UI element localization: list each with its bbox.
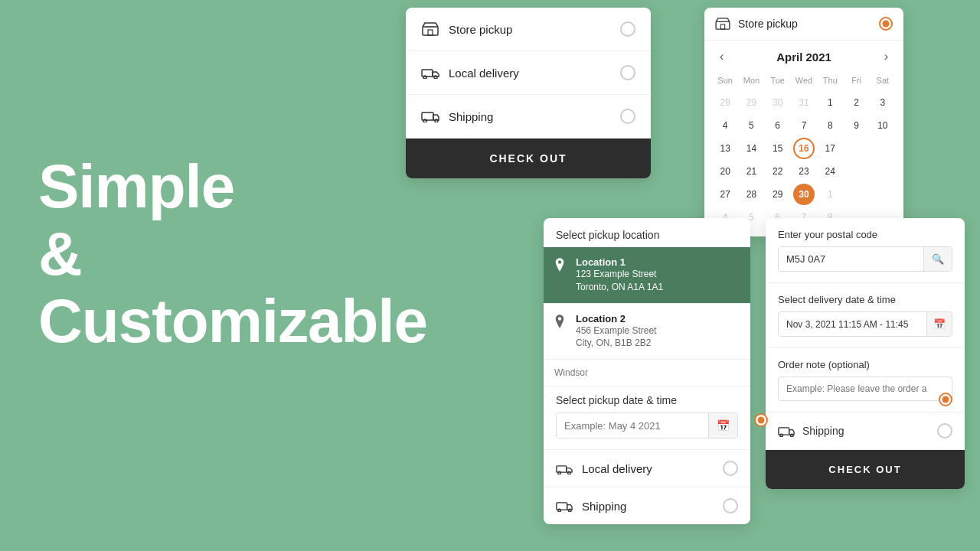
month-nav: ‹ April 2021 › [704,41,903,73]
panel3-store-radio[interactable] [754,413,769,429]
cal-day[interactable]: 24 [819,161,841,182]
location-2-city: City, ON, B1B 2B2 [576,337,656,350]
location-1-name: Location 1 [576,256,663,268]
shipping-row[interactable]: Shipping [766,412,965,450]
cal-day[interactable]: 20 [714,161,736,182]
local-delivery-option[interactable]: Local delivery [406,51,651,95]
detail-panel: Enter your postal code 🔍 Select delivery… [766,218,965,489]
shipping-detail-label: Shipping [802,425,844,437]
cal-day[interactable]: 4 [714,115,736,136]
postal-input[interactable] [779,247,923,271]
cal-day[interactable]: 17 [819,138,841,159]
location-1-city: Toronto, ON A1A 1A1 [576,281,663,294]
cal-day[interactable]: 5 [740,115,762,136]
date-input[interactable] [557,414,708,438]
svg-point-20 [780,434,783,437]
cal-day-30[interactable]: 30 [793,184,815,205]
local-delivery-icon-mini [556,463,573,474]
calendar-icon[interactable]: 📅 [708,413,737,438]
calendar-days: 28 29 30 31 1 2 3 4 5 6 7 8 9 10 13 14 1… [712,91,896,229]
weekday-thu: Thu [817,73,843,88]
cal-day[interactable]: 14 [740,138,762,159]
next-month-button[interactable]: › [880,48,893,65]
shipping-icon-mini [556,500,573,512]
cal-day[interactable]: 28 [714,92,736,113]
cal-day[interactable]: 21 [740,161,762,182]
svg-point-4 [423,76,426,79]
checkout-button-1[interactable]: CHECK OUT [406,139,651,178]
shipping-label: Shipping [449,110,493,123]
cal-day[interactable]: 29 [740,92,762,113]
svg-rect-19 [779,427,789,434]
local-delivery-mini[interactable]: Local delivery [544,449,750,487]
svg-point-15 [568,471,571,474]
cal-day[interactable]: 8 [819,115,841,136]
store-pickup-radio[interactable] [620,21,635,37]
local-delivery-radio[interactable] [620,65,635,80]
postal-section: Enter your postal code 🔍 [766,218,965,283]
cal-day[interactable]: 10 [872,115,893,136]
cal-day[interactable]: 15 [767,138,789,159]
calendar-header: Store pickup [704,8,903,41]
order-note-input[interactable] [778,377,952,401]
svg-rect-13 [557,466,567,472]
store-pickup-option[interactable]: Store pickup [406,8,651,51]
calendar-panel: Store pickup ‹ April 2021 › Sun Mon Tue … [704,8,903,236]
checkout-button-2[interactable]: CHECK OUT [766,450,965,489]
cal-day[interactable]: 13 [714,138,736,159]
svg-rect-1 [428,30,433,35]
shipping-icon [421,109,439,124]
cal-day[interactable]: 1 [819,184,841,205]
cal-day[interactable]: 7 [793,115,815,136]
cal-day-16[interactable]: 16 [793,138,815,159]
cal-day[interactable]: 22 [767,161,789,182]
prev-month-button[interactable]: ‹ [715,48,728,65]
order-note-section: Order note (optional) [766,348,965,412]
cal-day [846,138,867,159]
cal-day[interactable]: 31 [793,92,815,113]
svg-point-8 [435,119,438,122]
svg-rect-9 [716,21,730,29]
hero-line2: & [38,220,427,288]
delivery-date-field[interactable] [779,313,926,336]
weekday-fri: Fri [843,73,869,88]
location-1[interactable]: Location 1 123 Example Street Toronto, O… [544,247,750,304]
local-delivery-label: Local delivery [449,67,519,80]
shipping-radio[interactable] [620,109,635,124]
shipping-option[interactable]: Shipping [406,95,651,139]
cal-day[interactable]: 3 [872,92,893,113]
cal-day[interactable]: 1 [819,92,841,113]
calendar-grid: Sun Mon Tue Wed Thu Fri Sat 28 29 30 31 … [704,73,903,236]
shipping-mini[interactable]: Shipping [544,487,750,524]
delivery-method-panel: Store pickup Local delivery [406,8,651,178]
store-icon [421,21,439,37]
cal-day[interactable]: 6 [767,115,789,136]
cal-day[interactable]: 28 [740,184,762,205]
delivery-date-icon[interactable]: 📅 [926,312,952,336]
cal-day[interactable]: 30 [767,92,789,113]
location-2-address: 456 Example Street [576,324,656,337]
cal-day[interactable]: 27 [714,184,736,205]
svg-point-21 [791,434,794,437]
local-delivery-icon [421,65,439,80]
cal-day[interactable]: 23 [793,161,815,182]
month-title: April 2021 [776,51,831,64]
weekday-headers: Sun Mon Tue Wed Thu Fri Sat [712,73,896,88]
location-2-name: Location 2 [576,313,656,324]
postal-search-button[interactable]: 🔍 [923,247,952,271]
svg-point-12 [558,317,561,320]
shipping-detail-radio[interactable] [937,423,952,439]
shipping-icon-detail [778,425,795,437]
cal-day [872,161,893,182]
shipping-mini-radio[interactable] [723,498,738,514]
store-pickup-selected-radio[interactable] [939,393,952,406]
location-2[interactable]: Location 2 456 Example Street City, ON, … [544,304,750,360]
cal-day[interactable]: 29 [767,184,789,205]
weekday-tue: Tue [765,73,791,88]
cal-day[interactable]: 2 [846,92,867,113]
cal-day[interactable]: 9 [846,115,867,136]
store-selected-radio[interactable] [879,17,893,31]
svg-rect-3 [422,70,433,77]
local-delivery-mini-radio[interactable] [723,461,738,476]
store-pickup-label: Store pickup [449,23,512,36]
